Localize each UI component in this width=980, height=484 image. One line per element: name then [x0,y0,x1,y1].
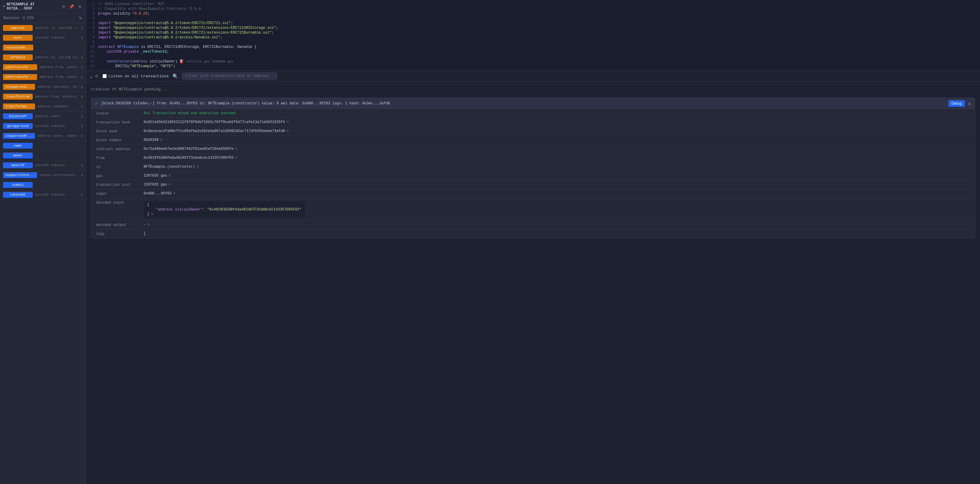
line-number: 4 [86,16,98,21]
search-icon-button[interactable]: 🔍 [171,73,180,79]
fn-params: uint256 tokenId [35,164,80,167]
fn-button-name[interactable]: name [3,143,33,149]
function-item-safetransfer[interactable]: safeTransfer...address from, address to,… [0,72,86,82]
fn-button-ownerof[interactable]: ownerOf [3,162,33,168]
fn-button-renounceow[interactable]: renounceOw... [3,45,33,51]
contract-address-row: contract address 0x72a46beeb7ecbc0687462… [91,145,975,154]
block-number-label: block number [96,138,143,142]
chevron-down-icon: ❯ [81,114,83,119]
line-number: 7 [86,30,98,35]
fn-params: address from, address to, u [40,65,80,69]
function-item-renounceow[interactable]: renounceOw... [0,43,86,53]
chevron-down-icon: ❯ [81,193,83,197]
function-item-tokenuri[interactable]: tokenURIuint256 tokenId❯ [0,190,86,200]
function-item-ownerof[interactable]: ownerOfuint256 tokenId❯ [0,161,86,170]
fn-button-setapproval[interactable]: setApproval... [3,84,35,90]
input-copy-icon[interactable]: ⎘ [173,191,175,196]
from-copy-icon[interactable]: ⎘ [235,156,237,160]
tx-collapse-button[interactable]: ∧ [968,101,971,107]
function-item-symbol[interactable]: symbol [0,180,86,190]
fn-params: address operator, bool app [37,85,80,89]
code-line-11: 11 uint256 private _nextTokenId; [86,49,980,54]
fn-button-tokenuri[interactable]: tokenURI [3,192,33,198]
fn-button-balanceof[interactable]: balanceOf [3,113,33,119]
tx-hash-copy-icon[interactable]: ⎘ [286,120,289,124]
function-item-owner[interactable]: owner [0,151,86,161]
function-item-balanceof[interactable]: balanceOfaddress owner❯ [0,111,86,121]
line-number: 2 [86,7,98,11]
line-content: // Compatible with OpenZeppelin Contract… [98,7,201,11]
to-copy-icon[interactable]: ⎘ [197,165,199,169]
listen-checkbox-container: Listen on all transactions [103,74,169,78]
decoded-output-copy-icon[interactable]: ⎘ [148,223,150,227]
line-number: 12 [86,54,98,59]
decoded-input-value: { "address initialOwner": "0x4919FB200fe… [143,201,970,218]
function-list: approveaddress to, uint256 tokenId❯burnu… [0,23,86,484]
code-line-9: 9 [86,40,980,45]
balance-row: Balance: 0 ETH ✎ [0,13,86,23]
function-item-getapproved[interactable]: getApproveduint256 tokenId❯ [0,121,86,131]
decoded-copy-icon[interactable]: ⎘ [151,212,153,217]
contract-address-value: 0x72a46beeb7ecbc0687462f61ee02af204a5565… [143,147,970,151]
gas-copy-icon[interactable]: ⎘ [169,174,171,178]
close-sidebar-button[interactable]: ✕ [77,3,83,10]
chevron-down-icon: ❯ [81,36,83,40]
decoded-output-label: decoded output [96,223,143,227]
filter-input[interactable] [182,73,277,80]
fn-button-approve[interactable]: approve [3,25,33,31]
fn-button-safetransfer[interactable]: safeTransfer... [3,74,37,80]
code-editor: 1// SPDX-License-Identifier: MIT2// Comp… [86,0,980,71]
transaction-block: ✓ [block:8920289 txIndex:-] from: 0x491.… [91,97,975,239]
debug-button[interactable]: Debug [948,100,965,107]
code-line-13: 13 constructor(address initialOwner) ⛽ i… [86,59,980,64]
function-item-setapproval[interactable]: setApproval...address operator, bool app… [0,82,86,92]
block-hash-label: block hash [96,129,143,134]
fn-button-symbol[interactable]: symbol [3,182,33,188]
function-item-approve[interactable]: approveaddress to, uint256 tokenId❯ [0,23,86,33]
fn-params: address newOwner [37,105,80,108]
status-row: status 0x1 Transaction mined and executi… [91,109,975,118]
fn-button-safetransfer[interactable]: safeTransfer... [3,64,37,70]
code-line-10: 10contract NFTExample is ERC721, ERC721U… [86,45,980,49]
chevron-down-icon: ❯ [81,124,83,129]
line-content: import "@openzeppelin/contracts@5.0.2/to… [98,30,274,35]
function-item-transferfrom[interactable]: transferFromaddress from, address to, u❯ [0,92,86,102]
block-hash-copy-icon[interactable]: ⎘ [286,129,289,133]
line-number: 13 [86,59,98,63]
fn-button-owner[interactable]: owner [3,153,33,158]
function-item-safetransfer[interactable]: safeTransfer...address from, address to,… [0,62,86,72]
decoded-output-row: decoded output - ⎘ [91,221,975,229]
pin-button[interactable]: 📌 [68,3,75,10]
function-item-name[interactable]: name [0,141,86,151]
fn-button-transferown[interactable]: transferOwn... [3,103,35,110]
listen-label[interactable]: Listen on all transactions [108,74,169,78]
copy-address-button[interactable]: ⎘ [61,3,66,10]
block-number-copy-icon[interactable]: ⎘ [160,138,162,142]
line-content: import "@openzeppelin/contracts@5.0.2/to… [98,26,278,30]
fn-button-getapproved[interactable]: getApproved [3,123,33,129]
fn-button-safemint[interactable]: safeMint [3,54,33,61]
line-number: 11 [86,49,98,54]
function-item-safemint[interactable]: safeMintaddress to, string uri❯ [0,53,86,62]
fn-button-transferfrom[interactable]: transferFrom [3,94,33,100]
logs-value: [ [143,232,970,236]
fn-button-isapprovedf[interactable]: isApprovedF... [3,133,35,139]
tx-cost-copy-icon[interactable]: ⎘ [169,183,171,187]
function-item-supportsinte[interactable]: supportsInte...bytes4 interfaceId❯ [0,170,86,180]
contract-address-copy-icon[interactable]: ⎘ [235,147,237,151]
sidebar-header-actions: ⎘ 📌 ✕ [61,3,83,10]
code-line-7: 7import "@openzeppelin/contracts@5.0.2/t… [86,30,980,35]
collapse-icon[interactable]: ⌄ [90,73,93,80]
function-item-transferown[interactable]: transferOwn...address newOwner❯ [0,102,86,111]
tx-details: status 0x1 Transaction mined and executi… [91,109,975,238]
function-item-burn[interactable]: burnuint256 tokenId❯ [0,33,86,43]
fn-button-supportsinte[interactable]: supportsInte... [3,172,37,178]
tx-hash-row: transaction hash 0x821d4564218553212f878… [91,118,975,127]
chevron-down-icon: ❯ [81,75,83,80]
fn-button-burn[interactable]: burn [3,35,33,41]
listen-checkbox-input[interactable] [103,74,107,78]
code-line-4: 4 [86,16,980,21]
function-item-isapprovedf[interactable]: isApprovedF...address owner, address op❯ [0,131,86,141]
sidebar-title: NFTEXAMPLE AT 0X72A...565F [7,2,59,11]
edit-balance-button[interactable]: ✎ [79,16,82,21]
